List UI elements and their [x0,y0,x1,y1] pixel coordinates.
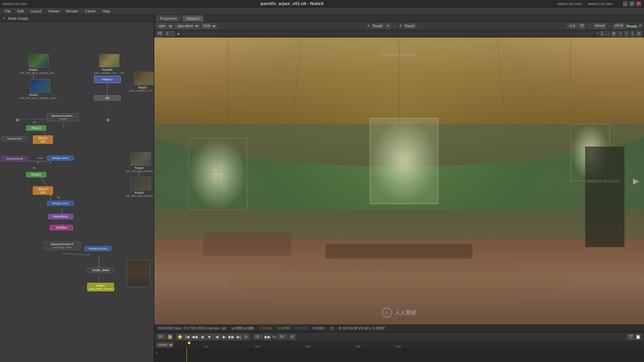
timeline-track[interactable]: 1 [154,348,644,362]
colorspace-select[interactable]: RGB [201,23,217,29]
ng-close-btn[interactable]: ✕ [3,16,5,20]
color-swatch [330,327,333,330]
main-layout: ✕ Node Graph [0,15,644,362]
prev-keyframe-btn[interactable]: |◀ [184,334,191,340]
node-write1[interactable]: Write1 pano_town_church_2 [87,283,114,291]
wipe-btn[interactable]: | [630,31,635,37]
prev-frame-btn[interactable]: ◀ [199,334,205,340]
menu-cache[interactable]: Cache [82,8,98,14]
node-read2[interactable]: Read2 hdr_360_pano_Olympic_swim_stadium0… [20,79,60,100]
menu-help[interactable]: Help [100,8,113,14]
node-canvas[interactable]: mask B B A bg bg bg mask B A -Z [0,22,154,362]
node-blur13[interactable]: Blur13 (all) [33,186,53,195]
loop-btn[interactable]: ↻ [243,334,250,340]
menu-layout[interactable]: Layout [28,8,44,14]
frame-ratio[interactable]: f/8 [156,31,163,37]
minimize-button[interactable]: _ [623,1,628,6]
viewer-panel: Properties Viewer1 rgba rgb alpha rgba.a… [154,15,644,362]
next-view-btn[interactable]: ⟩ [624,31,629,37]
node-roto25[interactable]: Roto25 [26,172,46,177]
node-rotopaint1[interactable]: RotoPaint1 [48,214,73,219]
timeline: 99 🔒 ⭐ |◀ ◀◀ ◀ ■ ◀ ▶ ▶▶ ▶| ↻ 10 ▶▶ [154,332,644,362]
close-button[interactable]: ✕ [636,1,641,6]
menu-render[interactable]: Render [63,8,81,14]
node-viewer1[interactable]: Viewer1 [94,76,121,83]
fps-up[interactable]: ▶▶ [264,334,271,340]
stop-btn[interactable]: ■ [206,334,213,340]
fps-value[interactable]: 24 [278,334,287,339]
node-roto12[interactable]: Roto12 [26,125,46,131]
svg-text:bg: bg [33,166,36,169]
a-selector[interactable]: ▾ [385,23,390,29]
node-read4[interactable]: Read4 hdr_360_pano_kitchen_int... [126,152,154,173]
url-right-2: www.rr-sc.com [588,2,612,6]
prev-view-btn[interactable]: ⟨ [618,31,623,37]
node-merge5[interactable]: Merge5 (over) [47,201,74,206]
fps-label: fps [272,335,277,339]
node-grade-down[interactable]: Grade_down [87,267,114,273]
ready-status: Ready [627,24,638,28]
menu-edit[interactable]: Edit [15,8,26,14]
render-options-btn[interactable]: 📋 [635,334,641,340]
y-label: Y [596,32,598,36]
node-shuffle4[interactable]: Shuffle4 [50,225,73,230]
render-btn[interactable]: 🎬 [627,334,634,340]
url-left-1: www.rr-sc.com [3,2,27,6]
menu-file[interactable]: File [2,8,13,14]
grid-icon[interactable]: ⊞ [611,31,617,37]
channel-select[interactable]: rgba rgb alpha [156,23,173,29]
ruler-ticks: 50 100 150 200 240 [154,343,644,348]
fps-num[interactable]: 10 [254,334,263,339]
node-read66[interactable]: Read66 pano_arpex01_v01_...hdr [94,54,124,74]
node-blur14[interactable]: Blur14 (all) [33,135,53,144]
menu-bar: File Edit Layout Viewer Render Cache Hel… [0,7,644,15]
node-merge4[interactable]: Merge4 (over) [47,156,74,161]
frame-lock[interactable]: 🔒 [168,335,172,339]
cache-btn[interactable]: ↺ [289,334,296,340]
node-spherical-transform3[interactable]: SphericalTransfor3 (Lat Long_map) [44,242,80,250]
menu-viewer[interactable]: Viewer [46,8,62,14]
node-merge12[interactable]: Merge12 (over) [85,246,111,251]
tab-properties[interactable]: Properties [156,15,180,21]
a-value: 0.00000 [313,326,325,330]
svg-text:A: A [50,197,52,200]
nav-arrow-right[interactable]: ▶ [633,176,639,186]
next-frame-btn[interactable]: ▶▶ [228,334,235,340]
current-frame-line [186,348,187,362]
tick-100: 100 [255,345,260,348]
svg-text:B: B [37,161,39,164]
a-label: A [367,24,370,28]
svg-line-25 [62,253,91,255]
node-wb[interactable]: wb [94,95,121,101]
node-read5[interactable]: Read5 hdr_360_pano_kitchen_int [126,177,154,197]
node-read3[interactable]: Read3 pano_arpex0x_v01_hdr_to [129,72,154,92]
node-colorcorrect8[interactable]: ColorCorrect8 [1,156,28,161]
lut-select[interactable]: default [593,23,606,29]
mini-preview [127,260,150,287]
step-back-btn[interactable]: ◀◀ [191,334,198,340]
tab-viewer1[interactable]: Viewer1 [182,15,203,21]
r-value: 0.14126 [260,326,272,330]
node-transform10[interactable]: Transform10 [2,136,27,141]
alpha-mode-select[interactable]: rgba.alpha [175,23,200,29]
maximize-button[interactable]: □ [629,1,635,6]
tick-240: 240 [396,345,401,348]
b-read[interactable]: Read4 [403,23,416,28]
gain-val[interactable]: +4.8 [567,23,577,28]
current-frame[interactable]: 99 [157,334,166,339]
skip-start-btn[interactable]: ⭐ [176,334,183,340]
node-read1[interactable]: Read1 hdr_360_pano_Olympic_swim_stadium0… [20,54,57,74]
color-profile[interactable]: sRGB [613,23,625,29]
viewer-image-area[interactable]: www.rr-sc.com www.rr-sc.com 人 人人素材 ▶ [154,38,644,324]
view-mode[interactable]: 2D [578,23,586,29]
a-read[interactable]: Read4 [371,23,384,28]
play-back-btn[interactable]: ◀ [213,334,220,340]
skip-end-btn[interactable]: ▶| [235,334,242,340]
y-value[interactable]: 1 [599,31,609,36]
frame-number[interactable]: 1 [165,31,175,36]
svg-text:bg: bg [33,120,36,123]
window-right [571,124,610,181]
node-spherical-transform[interactable]: SphericalTransfor... (Cube) [47,113,79,121]
play-fwd-btn[interactable]: ▶ [221,334,227,340]
zoom-fit-btn[interactable]: ⊡ [636,31,642,37]
